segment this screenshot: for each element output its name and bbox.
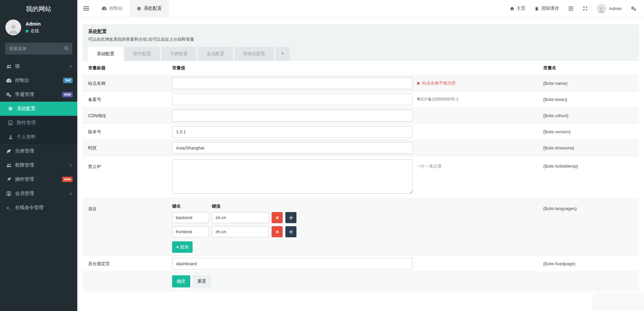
error-x-icon bbox=[416, 81, 420, 85]
row-label: 语言 bbox=[82, 202, 172, 212]
field-hint: 一行一条记录 bbox=[413, 160, 543, 169]
add-group-tab[interactable]: + bbox=[276, 47, 290, 61]
language-icon[interactable] bbox=[568, 6, 574, 11]
tab-basic-config[interactable]: 基础配置 bbox=[88, 47, 123, 61]
table-row: 语言 键名 键值 bbox=[82, 198, 639, 255]
kv-value-input[interactable] bbox=[212, 226, 269, 237]
sidebar-item-online-commands[interactable]: >_ 在线命令管理 bbox=[0, 201, 77, 215]
row-label: CDN地址 bbox=[82, 113, 172, 119]
row-label: 版本号 bbox=[82, 129, 172, 135]
table-row: 站点名称 站点名称不能为空 {$site.name} bbox=[82, 75, 639, 91]
forbiddenip-textarea[interactable] bbox=[172, 160, 413, 194]
sidebar-toggle-button[interactable] bbox=[77, 0, 95, 17]
delete-row-button[interactable] bbox=[272, 212, 283, 223]
dashboard-icon bbox=[102, 6, 107, 11]
fullscreen-icon[interactable] bbox=[582, 6, 588, 11]
online-dot-icon bbox=[26, 30, 29, 33]
version-input[interactable] bbox=[172, 126, 413, 138]
var-name: {$site.cdnurl} bbox=[543, 113, 639, 118]
cdnurl-input[interactable] bbox=[172, 110, 413, 122]
append-button[interactable]: +追加 bbox=[172, 241, 193, 253]
kv-key-input[interactable] bbox=[172, 212, 209, 223]
timezone-input[interactable] bbox=[172, 142, 413, 154]
file-image-icon bbox=[7, 120, 14, 126]
tab-hemaozhu-config[interactable]: 和猫住配置 bbox=[235, 47, 274, 61]
table-row: 后台固定页 {$site.fixedpage} bbox=[82, 255, 639, 272]
new-badge: new bbox=[62, 92, 73, 97]
sidebar-item-label: 控制台 bbox=[15, 77, 29, 83]
fixedpage-input[interactable] bbox=[172, 258, 413, 270]
main-content: 系统配置 可以在此增改系统的变量和分组,也可以自定义分组和变量 基础配置 邮件配… bbox=[77, 17, 644, 311]
sidebar-item-general[interactable]: 常规管理 new bbox=[0, 88, 77, 102]
table-row: CDN地址 {$site.cdnurl} bbox=[82, 107, 639, 124]
users-icon bbox=[5, 163, 12, 168]
sidebar-item-label: 个人资料 bbox=[17, 134, 36, 140]
navbar-user-menu[interactable]: Admin bbox=[597, 4, 622, 13]
navbar-right: 主页 清除缓存 Admin bbox=[510, 0, 644, 17]
sidebar-item-permissions[interactable]: 权限管理 bbox=[0, 158, 77, 172]
beian-input[interactable] bbox=[172, 94, 413, 105]
reset-button[interactable]: 重置 bbox=[193, 275, 211, 287]
kv-key-input[interactable] bbox=[172, 226, 209, 237]
top-navbar: 控制台 系统配置 主页 清除缓存 Admin bbox=[77, 0, 644, 17]
tab-member-config[interactable]: 会员配置 bbox=[198, 47, 233, 61]
plus-icon: + bbox=[176, 245, 179, 249]
sidebar-item-system-config[interactable]: 系统配置 bbox=[0, 102, 77, 116]
sidebar: 我的网站 Admin 在线 猫 控制台 hot 常规管理 new bbox=[0, 0, 77, 311]
sidebar-item-label: 常规管理 bbox=[15, 92, 34, 98]
sidebar-item-attachments[interactable]: 附件管理 bbox=[0, 116, 77, 130]
sidebar-item-categories[interactable]: 分类管理 bbox=[0, 144, 77, 158]
var-name: {$site.version} bbox=[543, 129, 639, 134]
kv-value-input[interactable] bbox=[212, 212, 269, 223]
chevron-left-icon bbox=[69, 192, 73, 196]
sidebar-item-dashboard[interactable]: 控制台 hot bbox=[0, 73, 77, 88]
table-row: 禁止IP 一行一条记录 {$site.forbiddenip} bbox=[82, 156, 639, 198]
kv-editor: 键名 键值 +追加 bbox=[172, 202, 413, 253]
page-subtitle: 可以在此增改系统的变量和分组,也可以自定义分组和变量 bbox=[88, 37, 633, 42]
sidebar-item-plugins[interactable]: 插件管理 new bbox=[0, 172, 77, 186]
kv-row bbox=[172, 212, 413, 223]
validation-error: 站点名称不能为空 bbox=[416, 80, 543, 86]
search-input[interactable] bbox=[5, 43, 72, 55]
sidebar-item-cat[interactable]: 猫 bbox=[0, 59, 77, 73]
chevron-left-icon bbox=[69, 164, 73, 167]
sidebar-item-members[interactable]: 会员管理 bbox=[0, 186, 77, 201]
field-hint: 粤ICP备15000000号-1 bbox=[413, 97, 543, 102]
sidebar-item-label: 附件管理 bbox=[17, 120, 36, 126]
sidebar-item-label: 系统配置 bbox=[17, 106, 36, 112]
tab-mail-config[interactable]: 邮件配置 bbox=[125, 47, 160, 61]
tab-dashboard[interactable]: 控制台 bbox=[95, 0, 130, 17]
hamburger-icon bbox=[83, 6, 89, 10]
new-badge: new bbox=[62, 177, 73, 182]
submit-button[interactable]: 确定 bbox=[172, 275, 190, 287]
tab-dictionary-config[interactable]: 字典配置 bbox=[161, 47, 196, 61]
watermark-overlay bbox=[592, 292, 644, 311]
panel-heading: 系统配置 可以在此增改系统的变量和分组,也可以自定义分组和变量 基础配置 邮件配… bbox=[82, 24, 639, 61]
hot-badge: hot bbox=[63, 78, 73, 83]
sidebar-item-label: 插件管理 bbox=[15, 176, 34, 182]
table-row: 备案号 粤ICP备15000000号-1 {$site.beian} bbox=[82, 91, 639, 107]
gears-icon[interactable] bbox=[631, 6, 637, 11]
tab-system-config[interactable]: 系统配置 bbox=[130, 0, 169, 17]
col-header-name: 变量名 bbox=[543, 65, 639, 71]
page-title: 系统配置 bbox=[88, 29, 633, 35]
gear-icon bbox=[136, 6, 142, 11]
site-name-input[interactable] bbox=[172, 77, 413, 89]
row-label: 时区 bbox=[82, 145, 172, 151]
user-status: 在线 bbox=[26, 28, 41, 34]
delete-row-button[interactable] bbox=[272, 226, 283, 237]
var-name: {$site.fixedpage} bbox=[543, 261, 639, 266]
avatar bbox=[597, 4, 606, 13]
row-label: 后台固定页 bbox=[82, 261, 172, 267]
drag-row-button[interactable] bbox=[285, 212, 296, 223]
var-name: {$site.name} bbox=[543, 81, 639, 86]
search-icon[interactable] bbox=[64, 46, 69, 51]
kv-row bbox=[172, 226, 413, 237]
drag-row-button[interactable] bbox=[285, 226, 296, 237]
clear-cache-link[interactable]: 清除缓存 bbox=[534, 5, 559, 11]
home-link[interactable]: 主页 bbox=[510, 5, 526, 11]
row-label: 禁止IP bbox=[82, 160, 172, 170]
brand-title: 我的网站 bbox=[0, 0, 77, 15]
sidebar-item-profile[interactable]: 个人资料 bbox=[0, 130, 77, 144]
trash-icon bbox=[534, 6, 539, 11]
